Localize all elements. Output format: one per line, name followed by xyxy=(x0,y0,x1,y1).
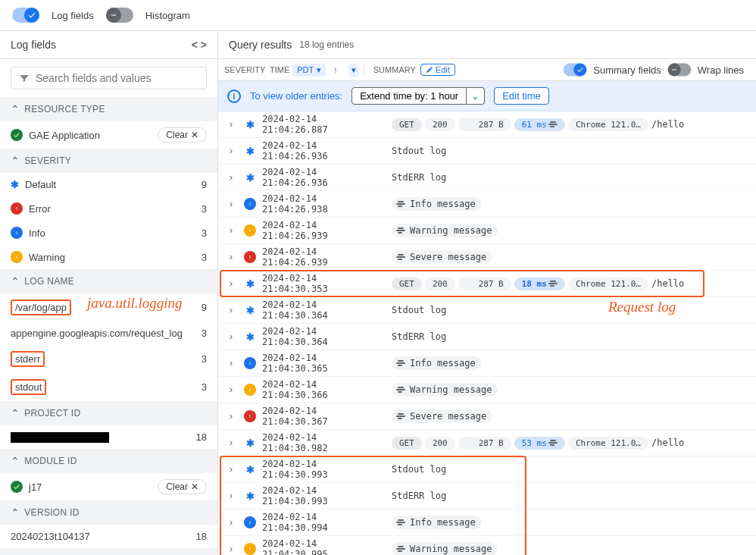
logname-row[interactable]: stderr3 xyxy=(0,345,217,373)
log-row[interactable]: ›2024-02-14 21:04:30.995Warning message xyxy=(218,536,756,555)
expand-row-icon[interactable]: › xyxy=(224,225,238,236)
info-bar: i To view older entries: Extend time by:… xyxy=(218,81,756,111)
row-module[interactable]: j17 Clear✕ xyxy=(0,473,217,500)
section-module-id[interactable]: ⌃MODULE ID xyxy=(0,449,217,473)
section-log-name[interactable]: ⌃LOG NAME xyxy=(0,269,217,293)
col-severity[interactable]: SEVERITY xyxy=(224,65,262,74)
row-gae-app[interactable]: GAE Application Clear✕ xyxy=(0,121,217,149)
row-project[interactable]: 18 xyxy=(0,425,217,449)
log-row[interactable]: ›2024-02-14 21:04:30.994Info message xyxy=(218,510,756,536)
chevron-down-icon: ▾ xyxy=(351,65,356,75)
severity-row-default[interactable]: ✱Default9 xyxy=(0,173,217,196)
summary-fields-toggle[interactable] xyxy=(564,64,587,77)
expand-row-icon[interactable]: › xyxy=(224,437,238,448)
asterisk-icon: ✱ xyxy=(11,179,19,190)
log-row[interactable]: ›2024-02-14 21:04:30.367Severe message xyxy=(218,403,756,430)
log-message: Warning message xyxy=(392,383,498,397)
asterisk-icon: ✱ xyxy=(246,278,255,290)
expand-row-icon[interactable]: › xyxy=(224,278,238,289)
row-version[interactable]: 20240213t104137 18 xyxy=(0,525,217,548)
log-row[interactable]: ›✱2024-02-14 21:04:30.993StdERR log xyxy=(218,483,756,510)
expand-row-icon[interactable]: › xyxy=(224,146,238,156)
section-project-id[interactable]: ⌃PROJECT ID xyxy=(0,401,217,425)
severity-row-error[interactable]: Error3 xyxy=(0,196,217,221)
log-message: Info message xyxy=(392,197,482,211)
log-row[interactable]: ›✱2024-02-14 21:04:26.887GET200287 B61 m… xyxy=(218,111,756,138)
extend-time-button[interactable]: Extend time by: 1 hour xyxy=(351,87,467,105)
log-row[interactable]: ›✱2024-02-14 21:04:26.936StdERR log xyxy=(218,165,756,191)
search-input[interactable] xyxy=(36,72,198,84)
section-resource-type[interactable]: ⌃RESOURCE TYPE xyxy=(0,97,217,121)
entries-count: 18 log entries xyxy=(299,39,354,50)
severity-row-warning[interactable]: Warning3 xyxy=(0,245,217,269)
chevron-down-icon: ▾ xyxy=(317,65,321,75)
error-icon xyxy=(244,410,256,422)
section-severity[interactable]: ⌃SEVERITY xyxy=(0,149,217,173)
wrap-lines-toggle[interactable] xyxy=(668,64,692,77)
chevron-up-icon: ⌃ xyxy=(11,155,20,167)
histogram-toggle[interactable] xyxy=(106,8,133,23)
log-row[interactable]: ›✱2024-02-14 21:04:30.993Stdout log xyxy=(218,456,756,483)
log-row[interactable]: ›✱2024-02-14 21:04:26.936Stdout log xyxy=(218,138,756,165)
query-results-title: Query results xyxy=(229,39,292,51)
timestamp: 2024-02-14 21:04:30.365 xyxy=(262,353,387,374)
log-row[interactable]: ›2024-02-14 21:04:26.939Warning message xyxy=(218,218,756,244)
log-row[interactable]: ›2024-02-14 21:04:30.365Info message xyxy=(218,350,756,377)
log-row[interactable]: ›✱2024-02-14 21:04:30.364StdERR log xyxy=(218,324,756,350)
edit-summary-button[interactable]: Edit xyxy=(420,64,455,76)
expand-row-icon[interactable]: › xyxy=(224,331,238,342)
section-zone[interactable]: ⌃ZONE xyxy=(0,548,217,555)
expand-row-icon[interactable]: › xyxy=(224,119,238,130)
expand-row-icon[interactable]: › xyxy=(224,358,238,368)
redacted-value xyxy=(11,432,109,443)
check-icon xyxy=(27,11,36,20)
path: /hello xyxy=(651,119,684,130)
clear-resource-button[interactable]: Clear✕ xyxy=(158,127,207,143)
timestamp: 2024-02-14 21:04:30.995 xyxy=(262,538,387,555)
lines-icon xyxy=(398,254,405,260)
logname-row[interactable]: stdout3 xyxy=(0,373,217,401)
expand-row-icon[interactable]: › xyxy=(224,305,238,315)
log-row[interactable]: ›2024-02-14 21:04:30.366Warning message xyxy=(218,377,756,403)
close-icon: ✕ xyxy=(191,481,198,492)
expand-row-icon[interactable]: › xyxy=(224,464,238,475)
clear-module-button[interactable]: Clear✕ xyxy=(158,479,207,494)
search-input-wrap[interactable] xyxy=(11,67,207,89)
older-entries-text: To view older entries: xyxy=(250,90,342,102)
severity-row-info[interactable]: Info3 xyxy=(0,221,217,245)
annotation-request-log: Request log xyxy=(608,299,676,315)
asterisk-icon: ✱ xyxy=(246,119,255,130)
asterisk-icon: ✱ xyxy=(246,464,255,475)
annotation-java-util-logging: java.util.logging xyxy=(87,295,183,312)
section-version-id[interactable]: ⌃VERSION ID xyxy=(0,500,217,525)
latency: 61 ms xyxy=(514,118,565,131)
log-row[interactable]: ›✱2024-02-14 21:04:30.353GET200287 B18 m… xyxy=(218,271,756,297)
edit-time-button[interactable]: Edit time xyxy=(494,87,549,105)
info-icon xyxy=(11,227,23,239)
timezone-pill[interactable]: PDT▾ xyxy=(292,64,326,77)
expand-icon[interactable]: < > xyxy=(192,39,207,51)
log-row[interactable]: ›2024-02-14 21:04:26.939Severe message xyxy=(218,244,756,271)
col-time[interactable]: TIME PDT▾ ↑ ▾ xyxy=(265,64,364,77)
log-fields-toggle[interactable] xyxy=(12,8,39,23)
extend-time-dropdown[interactable]: ⌄ xyxy=(467,87,485,105)
time-dropdown[interactable]: ▾ xyxy=(348,64,359,77)
lines-icon xyxy=(398,227,405,234)
filter-icon xyxy=(19,73,30,83)
expand-row-icon[interactable]: › xyxy=(224,411,238,422)
log-message: Severe message xyxy=(392,409,492,423)
expand-row-icon[interactable]: › xyxy=(224,384,238,395)
warning-icon xyxy=(244,224,256,237)
expand-row-icon[interactable]: › xyxy=(224,199,238,209)
log-row[interactable]: ›✱2024-02-14 21:04:30.982GET200287 B53 m… xyxy=(218,430,756,456)
minus-icon xyxy=(670,66,678,74)
expand-row-icon[interactable]: › xyxy=(224,252,238,262)
expand-row-icon[interactable]: › xyxy=(224,172,238,183)
expand-row-icon[interactable]: › xyxy=(224,544,238,554)
log-row[interactable]: ›2024-02-14 21:04:26.938Info message xyxy=(218,191,756,218)
expand-row-icon[interactable]: › xyxy=(224,517,238,528)
chevron-up-icon: ⌃ xyxy=(11,275,20,287)
sort-asc-icon[interactable]: ↑ xyxy=(329,65,342,74)
logname-row[interactable]: appengine.googleapis.com/request_log3 xyxy=(0,321,217,345)
expand-row-icon[interactable]: › xyxy=(224,491,238,501)
